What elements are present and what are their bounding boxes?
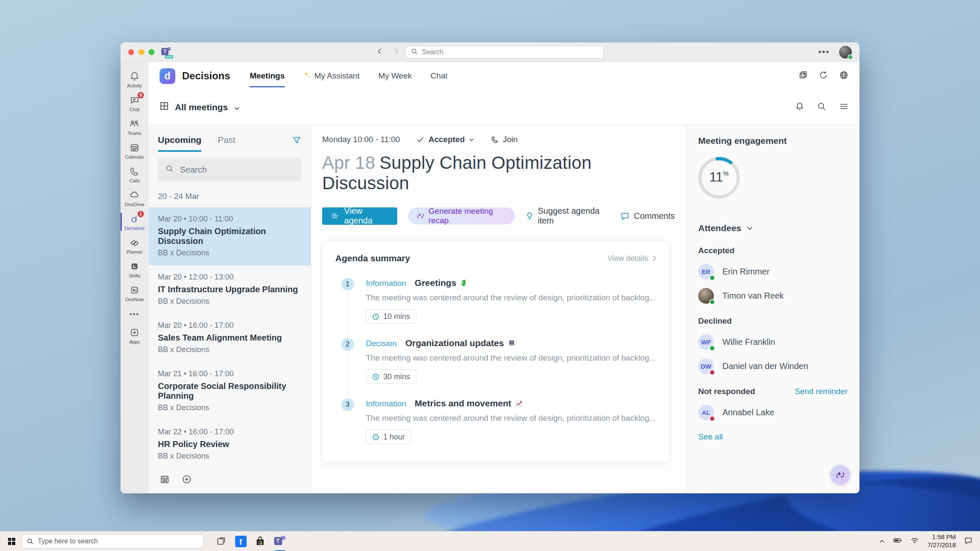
sidebar-item-calls[interactable]: Calls [121, 163, 149, 186]
search-icon[interactable] [817, 102, 826, 113]
facebook-icon: f [235, 536, 247, 547]
task-view-button[interactable] [211, 531, 231, 551]
meeting-detail-panel: Monday 10:00 - 11:00 Accepted Join [311, 125, 686, 493]
start-button[interactable] [4, 534, 19, 548]
add-meeting-icon[interactable] [182, 474, 192, 486]
more-apps-icon[interactable]: ••• [130, 305, 140, 323]
calendar-icon[interactable] [160, 474, 170, 486]
meeting-list-item[interactable]: Mar 21 • 16:00 - 17:00 Corporate Social … [149, 362, 311, 420]
store-button[interactable] [250, 531, 270, 551]
grid-icon [160, 101, 169, 113]
minimize-button[interactable] [138, 49, 144, 55]
tab-past[interactable]: Past [218, 135, 236, 152]
chevron-down-icon [469, 138, 474, 142]
taskbar-clock[interactable]: 1:58 PM 7/27/2018 [927, 533, 956, 549]
meeting-list-item[interactable]: Mar 20 • 16:00 - 17:00 Sales Team Alignm… [149, 314, 311, 362]
globe-icon[interactable] [839, 70, 848, 81]
meeting-list-item[interactable]: Mar 20 • 12:00 - 13:00 IT Infrastructure… [149, 266, 311, 314]
meeting-list-item[interactable]: Mar 22 • 16:00 - 17:00 HR Policy Review … [149, 420, 311, 467]
clock-icon [372, 434, 379, 441]
tab-upcoming[interactable]: Upcoming [158, 135, 202, 152]
taskbar-search[interactable] [21, 534, 204, 548]
agenda-item: 3 Information Metrics and movement [341, 398, 657, 447]
teams-window: T NEW [121, 42, 859, 493]
attendees-header[interactable]: Attendees [698, 223, 848, 233]
sidebar-item-calendar[interactable]: Calendar [121, 139, 149, 162]
ai-assistant-fab[interactable] [830, 465, 850, 485]
sidebar-item-teams[interactable]: Teams [121, 115, 149, 138]
action-center-icon[interactable] [964, 537, 972, 546]
agenda-item-type: Decision [366, 339, 397, 348]
meeting-search[interactable] [158, 158, 301, 182]
status-green-dot [709, 345, 715, 351]
bell-icon[interactable] [795, 102, 804, 113]
desktop: T NEW [0, 0, 980, 551]
taskbar-search-input[interactable] [38, 537, 198, 545]
tab-my-assistant[interactable]: My Assistant [303, 62, 360, 90]
sidebar-item-shifts[interactable]: Shifts [121, 258, 149, 281]
sidebar-item-onedrive[interactable]: OneDrive [121, 187, 149, 210]
more-options-icon[interactable]: ••• [818, 47, 830, 57]
maximize-button[interactable] [149, 49, 154, 55]
join-button[interactable]: Join [491, 135, 518, 144]
attendee-row[interactable]: WF Willie Franklin [698, 334, 848, 350]
user-avatar[interactable]: ✓ [839, 46, 852, 59]
battery-icon[interactable] [893, 537, 902, 545]
see-all-link[interactable]: See all [698, 432, 848, 442]
onenote-icon [129, 285, 140, 296]
attendee-row[interactable]: AL Annabel Lake [698, 405, 848, 420]
meeting-schedule: Monday 10:00 - 11:00 [322, 135, 400, 144]
close-button[interactable] [128, 49, 134, 55]
tray-expand-icon[interactable] [879, 537, 885, 545]
attendee-row[interactable]: DW Daniel van der Winden [698, 358, 848, 374]
attendee-row[interactable]: Timon van Reek [698, 288, 848, 304]
comments-button[interactable]: Comments [621, 211, 675, 221]
attendee-row[interactable]: ER Erin Rimmer [698, 264, 848, 280]
sidebar-item-decisions[interactable]: 1 Decisions [121, 210, 149, 233]
status-red-dot [709, 416, 715, 422]
sidebar-item-onenote[interactable]: OneNote [121, 282, 149, 305]
meeting-search-input[interactable] [180, 165, 294, 175]
refresh-icon[interactable] [819, 70, 828, 81]
tab-my-week[interactable]: My Week [378, 62, 412, 90]
filter-icon[interactable] [292, 136, 301, 147]
tab-chat[interactable]: Chat [430, 62, 447, 90]
popout-icon[interactable] [798, 70, 808, 81]
rsvp-dropdown[interactable]: Accepted [417, 135, 474, 144]
view-agenda-button[interactable]: View agenda [322, 207, 397, 225]
forward-icon[interactable] [393, 48, 399, 56]
network-icon[interactable] [910, 537, 919, 545]
search-input[interactable] [422, 48, 598, 56]
planner-icon [129, 237, 140, 248]
view-details-link[interactable]: View details [607, 254, 657, 263]
generate-recap-button[interactable]: Generate meeting recap [408, 207, 515, 224]
phone-icon [491, 136, 499, 143]
agenda-summary-card: Agenda summary View details 1 [322, 240, 670, 462]
decisions-logo: d [160, 68, 175, 84]
back-icon[interactable] [376, 48, 383, 56]
sidebar-item-activity[interactable]: Activity [121, 68, 149, 91]
teams-sidebar: Activity 9 Chat Teams [121, 62, 149, 493]
search-icon [166, 165, 174, 175]
avatar: DW [698, 358, 714, 374]
suggest-agenda-button[interactable]: Suggest agenda item [526, 206, 609, 226]
facebook-button[interactable]: f [231, 531, 250, 551]
send-reminder-link[interactable]: Send reminder [795, 387, 848, 396]
titlebar-search[interactable] [405, 46, 604, 59]
window-titlebar: T NEW [121, 42, 859, 62]
section-accepted: Accepted [698, 246, 735, 255]
meeting-list-item[interactable]: Mar 20 • 10:00 - 11:00 Supply Chain Opti… [149, 207, 311, 266]
agenda-item-title: Metrics and movement [415, 398, 523, 408]
avatar: ER [698, 264, 714, 280]
sidebar-item-apps[interactable]: Apps [121, 324, 149, 347]
teams-taskbar-button[interactable]: T [270, 531, 289, 551]
tab-meetings[interactable]: Meetings [250, 62, 284, 90]
new-badge: NEW [165, 55, 173, 59]
search-icon [411, 48, 418, 56]
sidebar-item-planner[interactable]: Planner [121, 234, 149, 257]
bell-icon [129, 71, 140, 82]
menu-icon[interactable] [839, 102, 848, 113]
agenda-item: 1 Information Greetings [341, 278, 657, 338]
sidebar-item-chat[interactable]: 9 Chat [121, 92, 149, 115]
view-selector[interactable]: All meetings [160, 101, 240, 113]
